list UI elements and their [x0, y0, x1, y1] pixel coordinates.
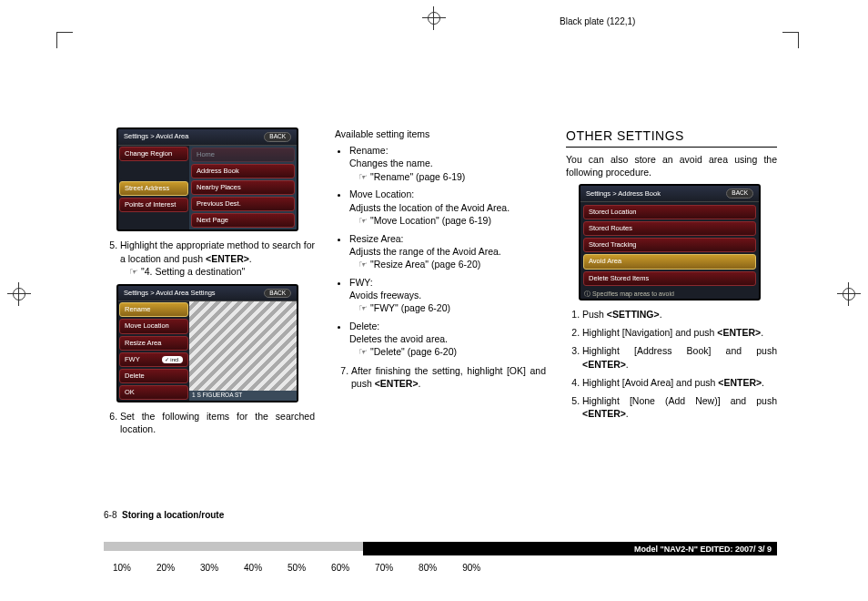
- step-7: After finishing the setting, highlight […: [351, 364, 546, 390]
- ss3-info-note: ⓘ Specifies map areas to avoid: [580, 289, 759, 299]
- ss1-left-item: Change Region: [119, 147, 188, 161]
- ss2-menu-item: OK: [119, 385, 188, 400]
- ss3-menu-item: Stored Location: [583, 205, 756, 219]
- pointer-icon: ☞: [358, 214, 368, 228]
- ss2-breadcrumb: Settings > Avoid Area Settings: [124, 289, 216, 298]
- available-items-list: Rename:Changes the name.☞"Rename" (page …: [335, 144, 546, 359]
- ss1-left-item: Street Address: [119, 181, 188, 196]
- ss3-back-button: BACK: [726, 188, 753, 199]
- other-settings-intro: You can also store an avoid area using t…: [566, 153, 777, 178]
- ss1-left-item: Points of Interest: [119, 198, 188, 212]
- footer-bar: Model "NAV2-N" EDITED: 2007/ 3/ 9: [104, 542, 777, 556]
- column-3: OTHER SETTINGS You can also store an avo…: [566, 127, 777, 441]
- column-2: Available setting items Rename:Changes t…: [335, 127, 546, 441]
- page-footer-left: 6-8 Storing a location/route: [104, 510, 224, 520]
- pointer-icon: ☞: [358, 345, 368, 359]
- stipple-swatch: [104, 542, 363, 551]
- pointer-icon: ☞: [129, 265, 138, 279]
- ss1-right-item: Next Page: [191, 213, 295, 228]
- black-plate-label: Black plate (122,1): [560, 16, 635, 26]
- ss2-map-footer: 1 S FIGUEROA ST: [189, 391, 297, 401]
- ss3-menu-item: Stored Tracking: [583, 238, 756, 252]
- model-edited-bar: Model "NAV2-N" EDITED: 2007/ 3/ 9: [363, 542, 777, 555]
- ss1-right-item: Address Book: [191, 164, 295, 178]
- ss2-menu-item: Rename: [119, 302, 188, 317]
- ss2-menu-item: Resize Area: [119, 336, 188, 351]
- available-items-heading: Available setting items: [335, 127, 546, 140]
- ss2-back-button: BACK: [264, 289, 291, 299]
- pointer-icon: ☞: [358, 301, 368, 315]
- page-content: Settings > Avoid Area BACK Change Region…: [104, 127, 777, 441]
- ss3-menu-item: Avoid Area: [583, 254, 756, 269]
- ss1-right-item: Home: [191, 148, 295, 162]
- other-settings-heading: OTHER SETTINGS: [566, 127, 777, 148]
- ss2-menu-item: Move Location: [119, 319, 188, 333]
- ss2-menu-item: Delete: [119, 369, 188, 383]
- percent-scale: 10% 20% 30% 40% 50% 60% 70% 80% 90%: [104, 563, 777, 573]
- other-settings-steps: Push <SETTING>. Highlight [Navigation] a…: [566, 308, 777, 420]
- crop-mark-tr: [782, 32, 799, 48]
- ss2-menu-item: FWY✓ incl.: [119, 352, 188, 367]
- ss1-breadcrumb: Settings > Avoid Area: [124, 132, 188, 141]
- ss3-menu-item: Delete Stored Items: [583, 271, 756, 286]
- step-5: Highlight the appropriate method to sear…: [120, 239, 315, 278]
- registration-mark-top: [422, 6, 446, 30]
- ss3-breadcrumb: Settings > Address Book: [586, 189, 661, 199]
- registration-mark-right: [837, 282, 861, 306]
- registration-mark-left: [7, 282, 31, 306]
- column-1: Settings > Avoid Area BACK Change Region…: [104, 127, 315, 441]
- ss1-back-button: BACK: [264, 132, 291, 142]
- pointer-icon: ☞: [358, 258, 368, 271]
- screenshot-address-book: Settings > Address Book BACK Stored Loca…: [579, 184, 761, 300]
- screenshot-avoid-area-settings: Settings > Avoid Area Settings BACK Rena…: [116, 284, 298, 403]
- pointer-icon: ☞: [358, 170, 368, 184]
- step-6: Set the following items for the searched…: [120, 410, 315, 435]
- crop-mark-tl: [56, 32, 73, 48]
- ss1-right-item: Nearby Places: [191, 180, 295, 195]
- ss1-right-item: Previous Dest.: [191, 197, 295, 211]
- ss3-menu-item: Stored Routes: [583, 221, 756, 236]
- screenshot-avoid-area: Settings > Avoid Area BACK Change Region…: [116, 127, 298, 231]
